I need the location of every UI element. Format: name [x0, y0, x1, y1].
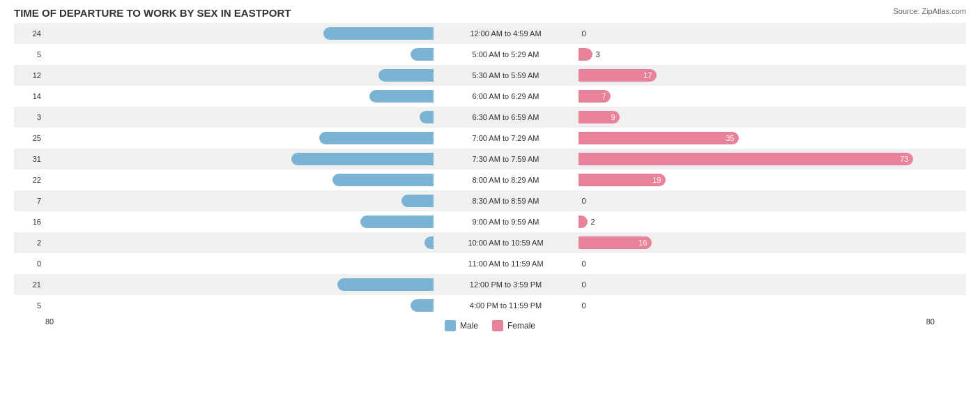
male-value: 0: [14, 259, 45, 268]
bar-male: [291, 153, 434, 165]
bar-male: [323, 27, 434, 40]
male-value: 2: [14, 239, 45, 247]
legend-female: Female: [492, 320, 535, 331]
male-value: 16: [14, 218, 45, 226]
female-value-inside: 16: [638, 239, 651, 247]
table-row: 5 4:00 PM to 11:59 PM 0: [14, 295, 966, 316]
female-value-inside: 19: [652, 176, 665, 184]
table-row: 25 7:00 AM to 7:29 AM 35: [14, 128, 966, 149]
bar-female: 73: [579, 153, 913, 165]
time-label: 9:00 AM to 9:59 AM: [436, 218, 576, 226]
bar-male: [424, 236, 434, 249]
female-value: 0: [579, 197, 599, 205]
legend-male-label: Male: [460, 321, 478, 331]
chart-title: TIME OF DEPARTURE TO WORK BY SEX IN EAST…: [14, 7, 966, 19]
male-value: 5: [14, 50, 45, 59]
table-row: 22 8:00 AM to 8:29 AM 19: [14, 169, 966, 190]
time-label: 6:30 AM to 6:59 AM: [436, 113, 576, 121]
table-row: 24 12:00 AM to 4:59 AM 0: [14, 23, 966, 44]
male-value: 22: [14, 176, 45, 184]
bar-male: [332, 174, 434, 186]
time-label: 7:00 AM to 7:29 AM: [436, 134, 576, 142]
bar-male: [378, 69, 434, 82]
female-value: 0: [579, 301, 599, 310]
bar-female: 17: [579, 69, 657, 82]
bar-male: [401, 195, 434, 207]
legend-female-box: [492, 320, 503, 331]
male-value: 24: [14, 29, 45, 38]
bar-female: 35: [579, 132, 739, 144]
table-row: 3 6:30 AM to 6:59 AM 9: [14, 107, 966, 128]
source-label: Source: ZipAtlas.com: [893, 7, 966, 15]
female-value-inside: 17: [643, 71, 656, 80]
time-label: 8:00 AM to 8:29 AM: [436, 176, 576, 184]
table-row: 21 12:00 PM to 3:59 PM 0: [14, 274, 966, 295]
table-row: 2 10:00 AM to 10:59 AM 16: [14, 232, 966, 253]
bar-male: [360, 216, 434, 228]
bar-female: 16: [579, 236, 652, 249]
male-value: 25: [14, 134, 45, 142]
time-label: 4:00 PM to 11:59 PM: [436, 301, 576, 310]
bar-male: [319, 132, 434, 144]
axis-left: 80: [45, 317, 54, 331]
time-label: 8:30 AM to 8:59 AM: [436, 197, 576, 205]
table-row: 31 7:30 AM to 7:59 AM 73: [14, 149, 966, 169]
chart-container: TIME OF DEPARTURE TO WORK BY SEX IN EAST…: [0, 0, 980, 415]
time-label: 11:00 AM to 11:59 AM: [436, 259, 576, 268]
bar-female: [579, 48, 592, 61]
table-row: 12 5:30 AM to 5:59 AM 17: [14, 65, 966, 86]
bar-male: [420, 111, 434, 123]
bar-female: [579, 216, 588, 228]
male-value: 12: [14, 71, 45, 80]
male-value: 5: [14, 301, 45, 310]
time-label: 12:00 PM to 3:59 PM: [436, 280, 576, 289]
male-value: 21: [14, 280, 45, 289]
table-row: 5 5:00 AM to 5:29 AM 3: [14, 44, 966, 65]
table-row: 14 6:00 AM to 6:29 AM 7: [14, 86, 966, 107]
legend: Male Female: [445, 320, 535, 331]
female-value: 0: [579, 259, 599, 268]
time-label: 7:30 AM to 7:59 AM: [436, 155, 576, 163]
female-value: 2: [588, 218, 608, 226]
female-value-inside: 7: [602, 92, 610, 100]
time-label: 5:30 AM to 5:59 AM: [436, 71, 576, 80]
female-value: 0: [579, 280, 599, 289]
legend-male: Male: [445, 320, 478, 331]
time-label: 6:00 AM to 6:29 AM: [436, 92, 576, 100]
table-row: 16 9:00 AM to 9:59 AM 2: [14, 211, 966, 232]
male-value: 7: [14, 197, 45, 205]
bar-male: [369, 90, 434, 103]
bar-male: [337, 278, 434, 291]
table-row: 0 11:00 AM to 11:59 AM 0: [14, 253, 966, 274]
chart-body: 24 12:00 AM to 4:59 AM 0 5: [14, 23, 966, 316]
bar-male: [411, 299, 434, 312]
bar-female: 9: [579, 111, 620, 123]
time-label: 5:00 AM to 5:29 AM: [436, 50, 576, 59]
time-label: 10:00 AM to 10:59 AM: [436, 239, 576, 247]
bar-female: 19: [579, 174, 666, 186]
time-label: 12:00 AM to 4:59 AM: [436, 29, 576, 38]
female-value-inside: 73: [900, 155, 912, 163]
legend-male-box: [445, 320, 456, 331]
female-value: 3: [592, 50, 613, 59]
female-value-inside: 35: [726, 134, 738, 142]
female-value-inside: 9: [611, 113, 619, 121]
legend-female-label: Female: [507, 321, 535, 331]
bar-female: 7: [579, 90, 611, 103]
bar-male: [411, 48, 434, 61]
axis-labels: 80 Male Female 80: [14, 316, 966, 333]
male-value: 3: [14, 113, 45, 121]
table-row: 7 8:30 AM to 8:59 AM 0: [14, 190, 966, 211]
male-value: 14: [14, 92, 45, 100]
axis-right: 80: [926, 317, 935, 331]
male-value: 31: [14, 155, 45, 163]
female-value: 0: [579, 29, 599, 38]
